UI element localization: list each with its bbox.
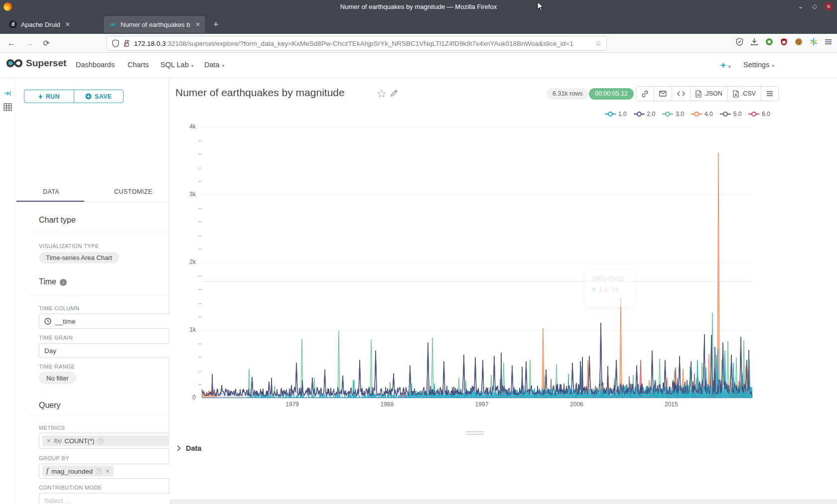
colorful-extension-icon[interactable]: [810, 38, 818, 46]
metric-chip[interactable]: ✕ f(x) COUNT(*) ?: [42, 435, 170, 446]
remove-metric-icon[interactable]: ✕: [46, 438, 51, 444]
legend-item[interactable]: 2.0: [634, 111, 656, 118]
results-panel: Data: [169, 431, 837, 504]
nav-settings[interactable]: Settings▾: [743, 61, 774, 69]
time-grain-select[interactable]: Day: [39, 343, 181, 358]
query-timer-badge: 00:00:05.12: [589, 88, 634, 100]
tab-close-icon[interactable]: ✕: [195, 21, 200, 28]
edit-pencil-icon[interactable]: [390, 89, 398, 97]
caret-down-icon: ▾: [191, 63, 194, 68]
legend-item[interactable]: 4.0: [691, 111, 713, 118]
dataset-grid-icon[interactable]: [3, 103, 12, 111]
export-json-button[interactable]: .JSON: [691, 87, 728, 101]
section-chart-type: Chart type: [39, 216, 76, 225]
legend-item[interactable]: 1.0: [605, 111, 627, 118]
tooltip-value: 1.0: 74: [599, 286, 619, 293]
metric-info-icon: ?: [97, 438, 104, 444]
window-titlebar: Numer of earthquakes by magnitude — Mozi…: [0, 0, 837, 14]
email-button[interactable]: [654, 87, 672, 101]
chart-actions-group: .JSON .CSV: [636, 86, 779, 101]
menu-hamburger-icon[interactable]: [825, 38, 832, 45]
extension-green-icon[interactable]: [765, 38, 773, 46]
brand-name: Superset: [26, 58, 66, 69]
cookie-extension-icon[interactable]: [795, 38, 803, 46]
window-title: Numer of earthquakes by magnitude — Mozi…: [0, 3, 837, 10]
collapse-strip: [0, 78, 15, 504]
reload-button[interactable]: ⟳: [41, 38, 52, 49]
time-range-pill[interactable]: No filter: [39, 372, 76, 383]
legend-item[interactable]: 3.0: [662, 111, 684, 118]
remove-group-by-icon[interactable]: ✕: [105, 468, 110, 475]
tab-apache-druid[interactable]: d Apache Druid ✕: [4, 16, 103, 33]
browser-tab-bar: d Apache Druid ✕ ∞ Numer of earthquakes …: [0, 14, 837, 34]
superset-logo-icon: [6, 58, 23, 69]
x-axis-tick: 1997: [467, 401, 497, 408]
legend-marker-icon: [662, 112, 673, 117]
area-chart-canvas[interactable]: [202, 127, 752, 398]
druid-favicon: d: [9, 20, 17, 28]
panel-tabs: DATA CUSTOMIZE: [15, 185, 169, 202]
downloads-icon[interactable]: [750, 38, 758, 46]
window-close-icon[interactable]: ✕: [824, 2, 833, 11]
link-icon: [641, 90, 649, 98]
url-bar[interactable]: 172.18.0.3:32108/superset/explore/?form_…: [107, 36, 606, 50]
contribution-mode-label: CONTRIBUTION MODE: [39, 485, 102, 491]
screen: Numer of earthquakes by magnitude — Mozi…: [0, 0, 837, 504]
caret-down-icon: ▾: [222, 63, 225, 68]
nav-sql-lab[interactable]: SQL Lab▾: [160, 61, 193, 69]
bottom-strip: [169, 500, 837, 504]
nav-data[interactable]: Data▾: [204, 61, 224, 69]
code-icon: [677, 91, 685, 97]
nav-charts[interactable]: Charts: [128, 61, 149, 69]
pocket-save-icon[interactable]: [736, 38, 743, 46]
new-tab-button[interactable]: +: [213, 20, 219, 29]
tab-customize[interactable]: CUSTOMIZE: [114, 188, 152, 195]
new-chart-plus-button[interactable]: +▾: [720, 60, 731, 71]
time-grain-label: TIME GRAIN: [39, 335, 73, 341]
ublock-shield-icon[interactable]: [780, 38, 788, 46]
chart-tooltip: 2002-03-21 1.0: 74: [585, 270, 634, 307]
save-button[interactable]: SAVE: [74, 90, 124, 103]
x-axis-tick: 1988: [372, 401, 402, 408]
group-by-chip[interactable]: f mag_rounded ? ✕: [42, 466, 114, 477]
superset-navbar: Superset Dashboards Charts SQL Lab▾ Data…: [0, 53, 837, 78]
viz-type-pill[interactable]: Time-series Area Chart: [39, 252, 119, 263]
clock-icon: [44, 318, 51, 325]
forward-button[interactable]: →: [24, 38, 35, 49]
active-tab-indicator: [16, 201, 84, 202]
tooltip-date: 2002-03-21: [591, 275, 634, 282]
window-maximize-icon[interactable]: ◇: [810, 2, 819, 11]
expand-datasource-icon[interactable]: [4, 90, 11, 97]
back-button[interactable]: ←: [6, 38, 17, 49]
bookmark-star-icon[interactable]: ☆: [595, 39, 601, 47]
favorite-star-icon[interactable]: [377, 89, 386, 98]
tab-close-icon[interactable]: ✕: [65, 21, 70, 28]
data-section-toggle[interactable]: Data: [177, 444, 201, 452]
legend-item[interactable]: 5.0: [720, 111, 742, 118]
metric-box[interactable]: ✕ f(x) COUNT(*) ?: [39, 433, 181, 449]
y-axis-tick: 2k: [172, 258, 196, 265]
legend-item[interactable]: 6.0: [748, 111, 770, 118]
window-restore-down-icon[interactable]: ⌄: [796, 2, 805, 11]
tab-superset-explore[interactable]: ∞ Numer of earthquakes by ✕: [104, 16, 205, 33]
file-icon: [696, 90, 701, 98]
x-axis-line: [202, 398, 752, 398]
time-column-select[interactable]: __time: [39, 314, 181, 329]
chart-menu-button[interactable]: [761, 87, 778, 101]
tab-data[interactable]: DATA: [43, 188, 59, 195]
embed-code-button[interactable]: [672, 87, 691, 101]
tooltip-crosshair-line: [202, 281, 752, 282]
column-info-icon: ?: [96, 468, 102, 475]
superset-logo[interactable]: Superset: [6, 58, 66, 69]
insecure-lock-icon[interactable]: [123, 39, 130, 47]
y-axis-tick: 3k: [172, 191, 196, 198]
tracking-shield-icon[interactable]: [112, 39, 119, 47]
y-axis-tick: 4k: [172, 123, 196, 130]
nav-dashboards[interactable]: Dashboards: [76, 61, 115, 69]
copy-link-button[interactable]: [636, 87, 654, 101]
group-by-select[interactable]: f mag_rounded ? ✕: [39, 464, 181, 479]
panel-resize-handle[interactable]: [466, 431, 484, 436]
contribution-mode-select[interactable]: Select ...: [39, 493, 181, 504]
run-button[interactable]: RUN: [24, 90, 74, 103]
export-csv-button[interactable]: .CSV: [728, 87, 761, 101]
